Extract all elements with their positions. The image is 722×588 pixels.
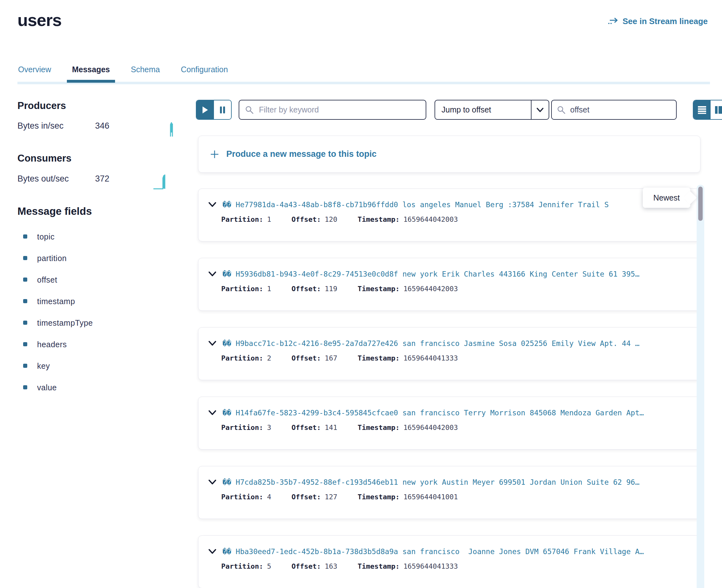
- field-bullet-icon: [23, 277, 27, 282]
- bytes-in-value: 346: [95, 121, 109, 131]
- tab-configuration[interactable]: Configuration: [180, 65, 228, 80]
- message-key: �� H5936db81-b943-4e0f-8c29-74513e0c0d8f…: [223, 270, 693, 278]
- field-item-timestampType[interactable]: timestampType: [17, 318, 93, 340]
- timestamp-value: 1659644042003: [404, 424, 458, 432]
- chevron-down-icon: [208, 410, 217, 416]
- consumers-metric-row: Bytes out/sec 372: [17, 174, 109, 184]
- message-meta: Partition:3 Offset:141 Timestamp:1659644…: [221, 424, 693, 432]
- bytes-in-sparkline: [159, 121, 176, 137]
- consumers-heading: Consumers: [17, 153, 71, 164]
- message-key: �� H7cda825b-35b7-4952-88ef-c193d546eb11…: [223, 478, 693, 486]
- timestamp-value: 1659644041333: [404, 562, 458, 570]
- field-item-topic[interactable]: topic: [17, 232, 93, 254]
- field-item-timestamp[interactable]: timestamp: [17, 297, 93, 318]
- partition-value: 4: [267, 493, 271, 501]
- message-row: �� H14fa67fe-5823-4299-b3c4-595845cfcae0…: [198, 397, 700, 449]
- message-meta: Partition:1 Offset:120 Timestamp:1659644…: [221, 215, 693, 223]
- message-key: �� H9bacc71c-b12c-4216-8e95-2a7da727e426…: [223, 339, 693, 348]
- message-row-header[interactable]: �� H7cda825b-35b7-4952-88ef-c193d546eb11…: [208, 476, 693, 488]
- pause-button[interactable]: [214, 101, 231, 119]
- message-key: �� Hba30eed7-1edc-452b-8b1a-738d3b5d8a9a…: [223, 547, 693, 556]
- search-icon: [557, 105, 566, 114]
- offset-value: 119: [325, 285, 337, 293]
- partition-value: 1: [267, 285, 271, 293]
- topic-messages-page: users See in Stream lineage Overview Mes…: [0, 0, 722, 588]
- partition-value: 2: [267, 354, 271, 362]
- offset-value: 127: [325, 493, 337, 501]
- bytes-in-label: Bytes in/sec: [17, 121, 95, 131]
- tab-overview[interactable]: Overview: [17, 65, 51, 80]
- newest-tooltip-label: Newest: [653, 193, 680, 203]
- card-view-icon: [714, 106, 722, 114]
- scrollbar-track[interactable]: [697, 185, 704, 588]
- scrollbar-thumb[interactable]: [698, 187, 703, 221]
- timestamp-value: 1659644042003: [404, 215, 458, 223]
- chevron-down-icon: [208, 202, 217, 208]
- message-key: �� H14fa67fe-5823-4299-b3c4-595845cfcae0…: [223, 409, 693, 417]
- offset-search-field: [551, 100, 677, 120]
- message-row: �� H7cda825b-35b7-4952-88ef-c193d546eb11…: [198, 466, 700, 519]
- jump-to-offset-select[interactable]: Jump to offset: [435, 100, 549, 120]
- message-row-header[interactable]: �� H9bacc71c-b12c-4216-8e95-2a7da727e426…: [208, 337, 693, 350]
- tabs-underline: [17, 82, 710, 84]
- tab-messages[interactable]: Messages: [71, 65, 110, 80]
- messages-toolbar: Jump to offset: [196, 100, 700, 120]
- message-meta: Partition:2 Offset:167 Timestamp:1659644…: [221, 354, 693, 362]
- plus-icon: [210, 149, 219, 159]
- field-item-offset[interactable]: offset: [17, 275, 93, 297]
- offset-value: 141: [325, 424, 337, 432]
- partition-value: 3: [267, 424, 271, 432]
- page-title: users: [17, 10, 61, 30]
- chevron-down-icon: [531, 101, 549, 119]
- produce-message-label: Produce a new message to this topic: [226, 149, 376, 159]
- field-item-value[interactable]: value: [17, 383, 93, 404]
- producers-heading: Producers: [17, 100, 66, 111]
- timestamp-value: 1659644041333: [404, 354, 458, 362]
- chevron-down-icon: [208, 340, 217, 346]
- field-item-key[interactable]: key: [17, 361, 93, 383]
- partition-value: 5: [267, 562, 271, 570]
- timestamp-value: 1659644041001: [404, 493, 458, 501]
- tab-schema[interactable]: Schema: [130, 65, 161, 80]
- offset-value: 120: [325, 215, 337, 223]
- message-meta: Partition:4 Offset:127 Timestamp:1659644…: [221, 493, 693, 501]
- message-meta: Partition:5 Offset:163 Timestamp:1659644…: [221, 562, 693, 570]
- lineage-link-label: See in Stream lineage: [622, 17, 708, 26]
- see-in-stream-lineage-link[interactable]: See in Stream lineage: [608, 17, 708, 26]
- field-bullet-icon: [23, 364, 27, 368]
- offset-value: 163: [325, 562, 337, 570]
- message-row: �� He77981da-4a43-48ab-b8f8-cb71b96ffdd0…: [198, 189, 700, 241]
- produce-message-button[interactable]: Produce a new message to this topic: [198, 135, 700, 173]
- view-mode-toggle: [693, 100, 722, 120]
- message-row-header[interactable]: �� H14fa67fe-5823-4299-b3c4-595845cfcae0…: [208, 406, 693, 419]
- message-fields-heading: Message fields: [17, 205, 92, 217]
- bytes-out-value: 372: [95, 174, 109, 184]
- message-row: �� H9bacc71c-b12c-4216-8e95-2a7da727e426…: [198, 327, 700, 380]
- chevron-down-icon: [208, 479, 217, 485]
- timestamp-value: 1659644042003: [404, 285, 458, 293]
- offset-search-input[interactable]: [570, 105, 673, 115]
- newest-tooltip: Newest: [643, 188, 690, 208]
- field-item-headers[interactable]: headers: [17, 340, 93, 361]
- list-view-icon: [697, 106, 707, 114]
- field-bullet-icon: [23, 342, 27, 346]
- search-icon: [245, 105, 254, 114]
- message-row-header[interactable]: �� Hba30eed7-1edc-452b-8b1a-738d3b5d8a9a…: [208, 545, 693, 558]
- pause-icon: [219, 106, 226, 114]
- card-view-button[interactable]: [710, 101, 722, 119]
- filter-keyword-field: [239, 100, 426, 120]
- message-row-header[interactable]: �� H5936db81-b943-4e0f-8c29-74513e0c0d8f…: [208, 268, 693, 280]
- list-view-button[interactable]: [694, 101, 710, 119]
- producers-metric-row: Bytes in/sec 346: [17, 121, 109, 131]
- field-bullet-icon: [23, 385, 27, 390]
- play-pause-toggle: [196, 100, 232, 120]
- field-bullet-icon: [23, 299, 27, 303]
- jump-to-offset-label: Jump to offset: [435, 105, 531, 114]
- message-fields-list: topic partition offset timestamp timesta…: [17, 232, 93, 404]
- message-key: �� He77981da-4a43-48ab-b8f8-cb71b96ffdd0…: [223, 201, 693, 209]
- field-item-partition[interactable]: partition: [17, 254, 93, 275]
- chevron-down-icon: [208, 271, 217, 277]
- filter-keyword-input[interactable]: [258, 105, 420, 115]
- play-button[interactable]: [197, 101, 214, 119]
- message-row-header[interactable]: �� He77981da-4a43-48ab-b8f8-cb71b96ffdd0…: [208, 198, 693, 211]
